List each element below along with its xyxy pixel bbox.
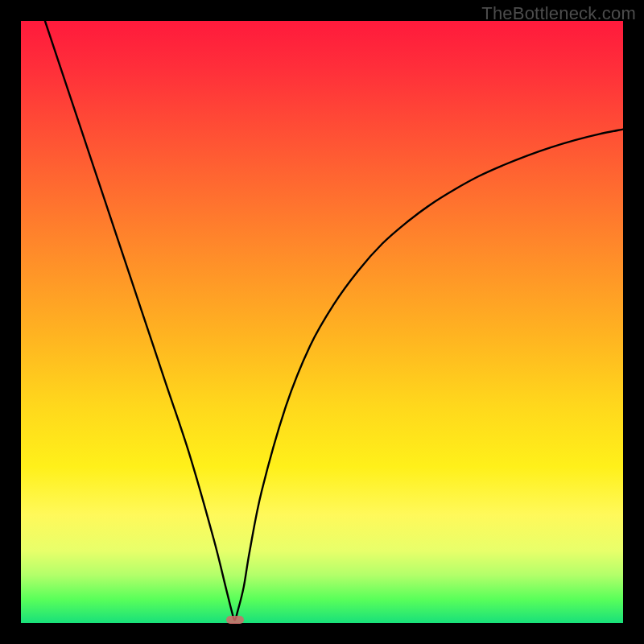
bottleneck-curve — [21, 21, 623, 623]
plot-area — [21, 21, 623, 623]
minimum-marker — [226, 616, 244, 624]
watermark-text: TheBottleneck.com — [481, 3, 636, 24]
chart-frame: TheBottleneck.com — [0, 0, 644, 644]
